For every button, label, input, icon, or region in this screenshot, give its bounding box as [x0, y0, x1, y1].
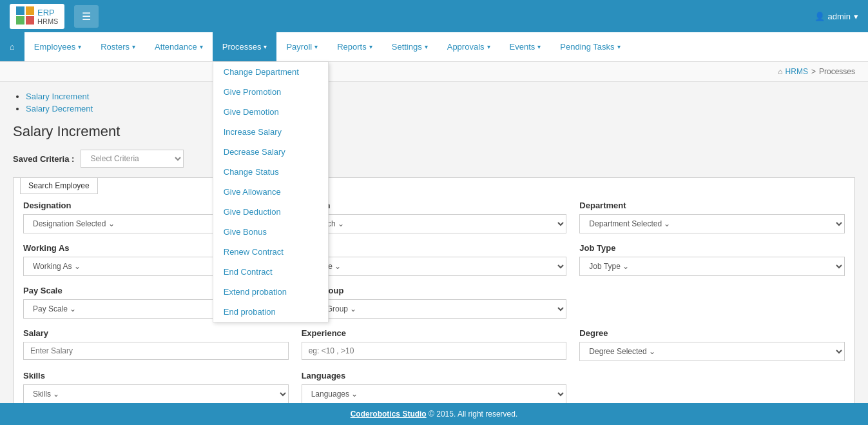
criteria-select[interactable]: Select Criteria	[81, 150, 184, 168]
grade-select[interactable]: Grade ⌄	[302, 257, 567, 276]
field-empty-5	[579, 371, 845, 404]
events-arrow-icon: ▾	[537, 43, 541, 50]
degree-select[interactable]: Degree Selected ⌄	[579, 342, 845, 361]
skills-select[interactable]: Skills ⌄	[23, 384, 289, 404]
breadcrumb-current: Processes	[819, 67, 855, 76]
branch-select[interactable]: Branch ⌄	[302, 214, 567, 233]
top-bar: ERP HRMS ☰ 👤 admin ▾	[0, 0, 868, 32]
nav-item-rosters[interactable]: Rosters ▾	[91, 32, 145, 61]
pay-group-label: Pay Group	[302, 286, 567, 295]
link-salary-increment[interactable]: Salary Increment	[26, 92, 89, 101]
nav-item-processes[interactable]: Processes ▾ Change Department Give Promo…	[213, 32, 277, 61]
employees-arrow-icon: ▾	[78, 43, 81, 50]
languages-label: Languages	[302, 371, 567, 381]
experience-label: Experience	[302, 328, 567, 338]
breadcrumb-home-icon: ⌂	[778, 67, 782, 76]
dropdown-change-status[interactable]: Change Status	[213, 162, 328, 182]
salary-label: Salary	[23, 328, 289, 338]
approvals-arrow-icon: ▾	[487, 43, 490, 50]
dropdown-increase-salary[interactable]: Increase Salary	[213, 122, 328, 142]
logo-text: ERP HRMS	[37, 8, 58, 25]
dropdown-renew-contract[interactable]: Renew Contract	[213, 242, 328, 262]
svg-rect-3	[26, 16, 34, 25]
dropdown-give-allowance[interactable]: Give Allowance	[213, 182, 328, 202]
top-left-group: ERP HRMS ☰	[10, 4, 99, 29]
link-salary-decrement[interactable]: Salary Decrement	[26, 104, 93, 114]
field-job-type: Job Type Job Type ⌄	[579, 243, 845, 276]
logo-icon	[16, 6, 34, 26]
nav-item-reports[interactable]: Reports ▾	[327, 32, 382, 61]
breadcrumb: ⌂ HRMS > Processes	[0, 62, 868, 82]
payroll-arrow-icon: ▾	[314, 43, 318, 50]
nav-home-button[interactable]: ⌂	[0, 32, 24, 61]
dropdown-give-bonus[interactable]: Give Bonus	[213, 222, 328, 242]
job-type-select[interactable]: Job Type ⌄	[579, 257, 845, 276]
department-select[interactable]: Department Selected ⌄	[579, 214, 845, 233]
nav-item-settings[interactable]: Settings ▾	[382, 32, 438, 61]
degree-label: Degree	[579, 328, 845, 338]
filter-box: Search Employee Designation Designation …	[13, 177, 855, 414]
salary-input[interactable]	[23, 342, 289, 360]
svg-rect-2	[16, 16, 24, 25]
admin-area: 👤 admin ▾	[815, 12, 858, 21]
criteria-bar: Saved Criteria : Select Criteria	[13, 150, 855, 168]
field-experience: Experience	[302, 328, 567, 361]
processes-dropdown: Change Department Give Promotion Give De…	[213, 62, 329, 322]
hamburger-button[interactable]: ☰	[74, 5, 99, 28]
breadcrumb-home-link[interactable]: HRMS	[786, 67, 808, 76]
sidebar-links: Salary Increment Salary Decrement	[13, 92, 855, 114]
dropdown-change-department[interactable]: Change Department	[213, 62, 328, 82]
settings-arrow-icon: ▾	[425, 43, 428, 50]
criteria-label: Saved Criteria :	[13, 154, 74, 164]
admin-arrow-icon: ▾	[854, 12, 858, 21]
dropdown-end-contract[interactable]: End Contract	[213, 262, 328, 282]
branch-label: Branch	[302, 201, 567, 210]
field-department: Department Department Selected ⌄	[579, 201, 845, 233]
nav-item-payroll[interactable]: Payroll ▾	[276, 32, 327, 61]
logo: ERP HRMS	[10, 4, 64, 29]
field-grade: Grade Grade ⌄	[302, 243, 567, 276]
nav-item-attendance[interactable]: Attendance ▾	[145, 32, 213, 61]
field-skills: Skills Skills ⌄	[23, 371, 289, 404]
footer-company-link[interactable]: Coderobotics Studio	[351, 410, 427, 419]
experience-input[interactable]	[302, 342, 567, 360]
skills-label: Skills	[23, 371, 289, 381]
footer: Coderobotics Studio © 2015. All right re…	[0, 403, 868, 424]
user-icon: 👤	[815, 12, 825, 21]
search-employee-button[interactable]: Search Employee	[20, 177, 98, 194]
reports-arrow-icon: ▾	[369, 43, 372, 50]
field-branch: Branch Branch ⌄	[302, 201, 567, 233]
dropdown-give-promotion[interactable]: Give Promotion	[213, 82, 328, 102]
languages-select[interactable]: Languages ⌄	[302, 384, 567, 404]
nav-item-pending-tasks[interactable]: Pending Tasks ▾	[550, 32, 630, 61]
dropdown-end-probation[interactable]: End probation	[213, 302, 328, 322]
dropdown-decrease-salary[interactable]: Decrease Salary	[213, 142, 328, 162]
home-icon: ⌂	[10, 42, 15, 52]
job-type-label: Job Type	[579, 243, 845, 253]
breadcrumb-separator: >	[811, 67, 816, 76]
field-languages: Languages Languages ⌄	[302, 371, 567, 404]
nav-bar: ⌂ Employees ▾ Rosters ▾ Attendance ▾ Pro…	[0, 32, 868, 62]
svg-rect-1	[26, 6, 34, 15]
field-salary: Salary	[23, 328, 289, 361]
field-pay-group: Pay Group Pay Group ⌄	[302, 286, 567, 319]
rosters-arrow-icon: ▾	[132, 43, 135, 50]
attendance-arrow-icon: ▾	[200, 43, 203, 50]
field-degree: Degree Degree Selected ⌄	[579, 328, 845, 361]
nav-item-approvals[interactable]: Approvals ▾	[438, 32, 500, 61]
filter-grid: Designation Designation Selected ⌄ Branc…	[23, 201, 845, 404]
pay-group-select[interactable]: Pay Group ⌄	[302, 299, 567, 319]
dropdown-give-demotion[interactable]: Give Demotion	[213, 102, 328, 122]
field-empty-3	[579, 286, 845, 319]
processes-arrow-icon: ▾	[264, 43, 267, 50]
footer-text: © 2015. All right reserved.	[429, 410, 517, 419]
dropdown-give-deduction[interactable]: Give Deduction	[213, 202, 328, 222]
nav-item-events[interactable]: Events ▾	[500, 32, 551, 61]
grade-label: Grade	[302, 243, 567, 253]
pending-tasks-arrow-icon: ▾	[617, 43, 621, 50]
dropdown-extend-probation[interactable]: Extend probation	[213, 282, 328, 302]
page-title: Salary Increment	[13, 123, 855, 140]
nav-item-employees[interactable]: Employees ▾	[24, 32, 91, 61]
main-content: Salary Increment Salary Decrement Salary…	[0, 82, 868, 424]
department-label: Department	[579, 201, 845, 210]
